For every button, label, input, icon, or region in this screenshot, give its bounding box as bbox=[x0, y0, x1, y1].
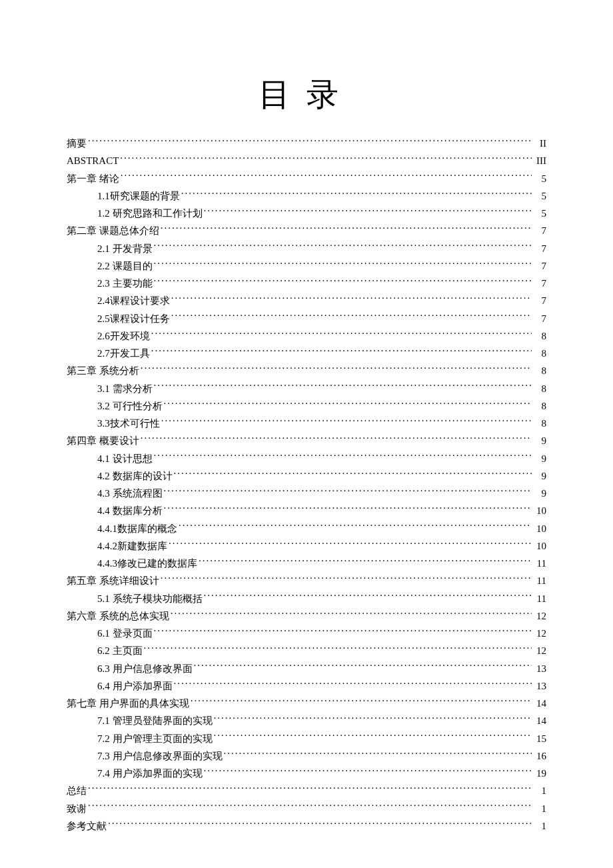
toc-entry-page: 15 bbox=[533, 730, 546, 747]
toc-entry-label: 总结 bbox=[67, 782, 87, 799]
toc-entry-page: 16 bbox=[533, 747, 546, 765]
toc-leader-dots bbox=[181, 187, 532, 199]
toc-entry-label: 6.2 主页面 bbox=[97, 642, 143, 659]
toc-leader-dots bbox=[224, 747, 532, 759]
toc-leader-dots bbox=[214, 730, 532, 742]
toc-entry: 4.1 设计思想9 bbox=[67, 450, 546, 467]
toc-entry-label: 3.1 需求分析 bbox=[97, 380, 153, 397]
toc-entry: 第四章 概要设计9 bbox=[67, 432, 546, 449]
toc-leader-dots bbox=[154, 380, 532, 392]
toc-entry-page: 12 bbox=[533, 607, 546, 625]
toc-leader-dots bbox=[154, 275, 532, 287]
toc-leader-dots bbox=[144, 642, 532, 654]
toc-entry: 7.4 用户添加界面的实现19 bbox=[67, 765, 546, 782]
toc-entry: 7.3 用户信息修改界面的实现16 bbox=[67, 747, 546, 765]
toc-entry-label: 2.2 课题目的 bbox=[97, 257, 153, 275]
toc-leader-dots bbox=[154, 257, 532, 269]
toc-leader-dots bbox=[169, 537, 532, 549]
toc-entry-label: 第四章 概要设计 bbox=[67, 432, 139, 449]
toc-entry-page: 13 bbox=[533, 660, 546, 677]
toc-entry-label: 4.2 数据库的设计 bbox=[97, 467, 173, 485]
toc-leader-dots bbox=[214, 712, 532, 724]
toc-entry: 3.2 可行性分析8 bbox=[67, 397, 546, 415]
toc-entry: 2.7开发工具8 bbox=[67, 345, 546, 362]
toc-entry-label: 第七章 用户界面的具体实现 bbox=[67, 695, 189, 712]
toc-entry-page: 1 bbox=[533, 782, 546, 799]
toc-entry: 第三章 系统分析8 bbox=[67, 362, 546, 379]
toc-entry-label: 4.4.1数据库的概念 bbox=[97, 520, 177, 537]
toc-entry-label: 4.4.3修改已建的数据库 bbox=[97, 555, 197, 572]
toc-leader-dots bbox=[179, 520, 532, 532]
toc-entry-page: 8 bbox=[533, 380, 546, 397]
toc-entry-label: 第五章 系统详细设计 bbox=[67, 572, 159, 589]
toc-entry-page: 1 bbox=[533, 800, 546, 817]
toc-leader-dots bbox=[161, 222, 532, 234]
toc-entry-page: 7 bbox=[533, 310, 546, 327]
toc-leader-dots bbox=[164, 485, 532, 497]
toc-entry-page: 9 bbox=[533, 432, 546, 449]
toc-entry: 6.4 用户添加界面13 bbox=[67, 677, 546, 695]
toc-entry-page: 11 bbox=[533, 555, 546, 572]
toc-entry-label: 1.2 研究思路和工作计划 bbox=[97, 205, 203, 222]
toc-entry: 第一章 绪论5 bbox=[67, 170, 546, 187]
toc-entry: 4.4 数据库分析10 bbox=[67, 502, 546, 519]
toc-entry: 3.3技术可行性8 bbox=[67, 415, 546, 432]
toc-entry-label: 7.3 用户信息修改界面的实现 bbox=[97, 747, 223, 765]
toc-leader-dots bbox=[164, 502, 532, 514]
toc-entry-label: 4.3 系统流程图 bbox=[97, 485, 163, 502]
toc-entry-page: 5 bbox=[533, 205, 546, 222]
toc-entry: 6.3 用户信息修改界面13 bbox=[67, 660, 546, 677]
toc-entry-page: 7 bbox=[533, 257, 546, 275]
toc-entry: 致谢1 bbox=[67, 800, 546, 817]
toc-entry: 3.1 需求分析8 bbox=[67, 380, 546, 397]
toc-entry-label: 2.1 开发背景 bbox=[97, 240, 153, 257]
toc-entry-page: 11 bbox=[533, 572, 546, 589]
toc-leader-dots bbox=[174, 467, 532, 479]
toc-entry: 4.3 系统流程图9 bbox=[67, 485, 546, 502]
toc-leader-dots bbox=[154, 450, 532, 462]
toc-entry: 2.3 主要功能7 bbox=[67, 275, 546, 292]
toc-entry-page: 5 bbox=[533, 170, 546, 187]
toc-entry: 6.1 登录页面12 bbox=[67, 625, 546, 642]
toc-entry-label: 2.4课程设计要求 bbox=[97, 292, 170, 309]
toc-entry-label: 6.3 用户信息修改界面 bbox=[97, 660, 193, 677]
toc-leader-dots bbox=[191, 695, 532, 707]
toc-leader-dots bbox=[174, 677, 532, 689]
toc-entry-page: 7 bbox=[533, 275, 546, 292]
toc-entry-label: 6.1 登录页面 bbox=[97, 625, 153, 642]
toc-leader-dots bbox=[204, 205, 532, 217]
toc-entry-page: 12 bbox=[533, 625, 546, 642]
toc-entry-label: 3.2 可行性分析 bbox=[97, 397, 163, 415]
toc-entry-page: 10 bbox=[533, 520, 546, 537]
toc-entry: ABSTRACTIII bbox=[67, 152, 546, 169]
toc-entry-label: ABSTRACT bbox=[67, 152, 119, 169]
toc-entry: 第七章 用户界面的具体实现14 bbox=[67, 695, 546, 712]
toc-entry-page: 7 bbox=[533, 222, 546, 239]
toc-entry-page: 19 bbox=[533, 765, 546, 782]
toc-leader-dots bbox=[141, 362, 532, 374]
toc-leader-dots bbox=[171, 310, 532, 322]
toc-leader-dots bbox=[194, 660, 532, 672]
toc-entry: 总结1 bbox=[67, 782, 546, 799]
toc-entry: 4.4.3修改已建的数据库11 bbox=[67, 555, 546, 572]
toc-leader-dots bbox=[108, 817, 532, 829]
toc-leader-dots bbox=[164, 397, 532, 409]
toc-entry: 1.2 研究思路和工作计划5 bbox=[67, 205, 546, 222]
toc-entry-label: 参考文献 bbox=[67, 817, 107, 835]
toc-entry-page: 9 bbox=[533, 450, 546, 467]
toc-entry: 6.2 主页面12 bbox=[67, 642, 546, 659]
toc-entry-page: 9 bbox=[533, 485, 546, 502]
toc-entry: 第二章 课题总体介绍7 bbox=[67, 222, 546, 239]
toc-entry-page: 8 bbox=[533, 345, 546, 362]
toc-leader-dots bbox=[171, 292, 532, 304]
toc-entry-label: 7.4 用户添加界面的实现 bbox=[97, 765, 203, 782]
toc-entry-page: 12 bbox=[533, 642, 546, 659]
toc-entry-page: 8 bbox=[533, 397, 546, 415]
toc-entry: 5.1 系统子模块功能概括11 bbox=[67, 590, 546, 607]
toc-entry-page: II bbox=[533, 135, 546, 152]
toc-entry: 参考文献1 bbox=[67, 817, 546, 835]
toc-entry: 2.6开发环境8 bbox=[67, 327, 546, 345]
toc-leader-dots bbox=[204, 765, 532, 777]
toc-entry-label: 5.1 系统子模块功能概括 bbox=[97, 590, 203, 607]
page-title: 目录 bbox=[67, 73, 546, 116]
